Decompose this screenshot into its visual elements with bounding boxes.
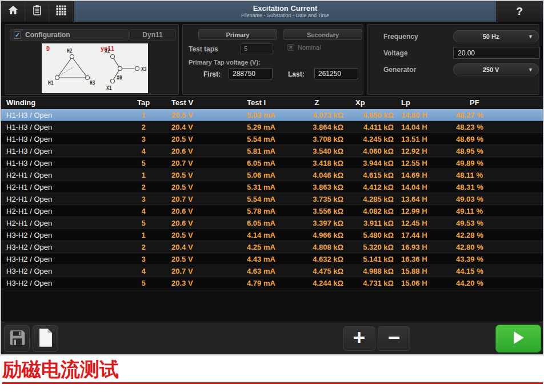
generator-dropdown[interactable]: 250 V ▼: [453, 63, 539, 75]
test-taps-count-field[interactable]: 5: [240, 43, 273, 54]
cell-pf: 48.11 %: [447, 169, 543, 181]
cell-tap: 2: [131, 121, 155, 133]
table-row[interactable]: H1-H3 / Open520.7 V6.05 mA3.418 kΩ3.944 …: [1, 157, 543, 169]
generator-value: 250 V: [454, 66, 528, 73]
cell-test-v: 20.7 V: [155, 265, 230, 277]
generator-label: Generator: [383, 66, 416, 74]
cell-pf: 48.27 %: [447, 109, 543, 121]
cell-tap: 5: [131, 277, 155, 289]
cell-pf: 48.69 %: [447, 133, 543, 145]
cell-test-i: 5.03 mA: [230, 109, 287, 121]
cell-xp: 4.650 kΩ: [347, 109, 395, 121]
cell-test-v: 20.5 V: [155, 109, 230, 121]
title-bar: Excitation Current Filename - Substation…: [74, 1, 496, 22]
menu-button[interactable]: [49, 1, 73, 22]
cell-pf: 44.15 %: [447, 265, 543, 277]
add-row-button[interactable]: +: [343, 326, 375, 351]
remove-row-button[interactable]: −: [378, 326, 410, 351]
cell-pf: 44.20 %: [447, 277, 543, 289]
report-button[interactable]: [25, 1, 49, 22]
table-row[interactable]: H1-H3 / Open320.5 V5.54 mA3.708 kΩ4.245 …: [1, 133, 543, 145]
table-row[interactable]: H1-H3 / Open220.4 V5.29 mA3.864 kΩ4.411 …: [1, 121, 543, 133]
primary-button[interactable]: Primary: [198, 29, 277, 40]
cell-xp: 4.988 kΩ: [347, 265, 395, 277]
cell-test-v: 20.4 V: [155, 241, 230, 253]
secondary-button[interactable]: Secondary: [283, 29, 362, 40]
cell-z: 3.708 kΩ: [287, 133, 347, 145]
cell-z: 4.046 kΩ: [287, 169, 347, 181]
cell-lp: 16.93 H: [395, 241, 447, 253]
cell-test-v: 20.6 V: [155, 217, 230, 229]
first-voltage-input[interactable]: [229, 68, 273, 79]
cell-winding: H3-H2 / Open: [1, 241, 131, 253]
help-button[interactable]: ?: [496, 1, 543, 22]
cell-lp: 14.69 H: [395, 169, 447, 181]
cell-lp: 12.92 H: [395, 145, 447, 157]
table-row[interactable]: H3-H2 / Open220.4 V4.25 mA4.808 kΩ5.320 …: [1, 241, 543, 253]
run-test-button[interactable]: [495, 325, 541, 353]
cell-xp: 4.411 kΩ: [347, 121, 395, 133]
last-voltage-input[interactable]: [314, 68, 358, 79]
first-label: First:: [203, 70, 221, 78]
cell-lp: 14.04 H: [395, 121, 447, 133]
cell-tap: 3: [131, 193, 155, 205]
column-header-tap: Tap: [131, 97, 155, 109]
cell-test-i: 5.54 mA: [230, 193, 287, 205]
frequency-dropdown[interactable]: 50 Hz ▼: [453, 30, 539, 42]
cell-tap: 3: [131, 253, 155, 265]
cell-test-i: 4.79 mA: [230, 277, 287, 289]
table-row[interactable]: H3-H2 / Open320.5 V4.43 mA4.632 kΩ5.141 …: [1, 253, 543, 265]
cell-winding: H1-H3 / Open: [1, 121, 131, 133]
table-row[interactable]: H2-H1 / Open120.5 V5.06 mA4.046 kΩ4.615 …: [1, 169, 543, 181]
cell-pf: 49.03 %: [447, 193, 543, 205]
cell-winding: H3-H2 / Open: [1, 229, 131, 241]
home-button[interactable]: [1, 1, 25, 22]
cell-lp: 14.80 H: [395, 109, 447, 121]
cell-pf: 48.31 %: [447, 181, 543, 193]
voltage-input[interactable]: [453, 47, 540, 59]
vector-group-label[interactable]: Dyn11: [129, 29, 176, 41]
cell-winding: H3-H2 / Open: [1, 265, 131, 277]
voltage-label: Voltage: [383, 49, 407, 57]
cell-tap: 1: [131, 109, 155, 121]
cell-lp: 14.04 H: [395, 181, 447, 193]
home-icon: [7, 5, 19, 18]
table-row[interactable]: H3-H2 / Open520.3 V4.79 mA4.244 kΩ4.731 …: [1, 277, 543, 289]
cell-pf: 49.53 %: [447, 217, 543, 229]
chevron-down-icon: ▼: [528, 34, 533, 39]
cell-test-v: 20.3 V: [155, 277, 230, 289]
cell-test-i: 5.54 mA: [230, 133, 287, 145]
cell-pf: 49.89 %: [447, 157, 543, 169]
cell-xp: 4.060 kΩ: [347, 145, 395, 157]
cell-test-i: 4.63 mA: [230, 265, 287, 277]
cell-test-v: 20.5 V: [155, 169, 230, 181]
table-row[interactable]: H2-H1 / Open520.6 V6.05 mA3.397 kΩ3.911 …: [1, 217, 543, 229]
table-row[interactable]: H2-H1 / Open320.7 V5.54 mA3.735 kΩ4.285 …: [1, 193, 543, 205]
cell-winding: H3-H2 / Open: [1, 277, 131, 289]
configuration-label: Configuration: [25, 31, 70, 39]
cell-test-v: 20.5 V: [155, 181, 230, 193]
configuration-checkbox[interactable]: ✓ Configuration: [10, 29, 129, 41]
svg-text:H2: H2: [67, 49, 73, 54]
cell-test-v: 20.4 V: [155, 121, 230, 133]
cell-z: 4.073 kΩ: [287, 109, 347, 121]
cell-tap: 2: [131, 241, 155, 253]
svg-text:H3: H3: [90, 81, 95, 86]
cell-xp: 5.141 kΩ: [347, 253, 395, 265]
new-file-button[interactable]: [33, 325, 58, 352]
save-button[interactable]: [4, 325, 30, 352]
nominal-option[interactable]: ✕ Nominal: [287, 44, 321, 51]
caption-rule: [2, 382, 543, 384]
results-table-wrap: WindingTapTest VTest IZXpLpPF H1-H3 / Op…: [1, 96, 543, 289]
cell-winding: H1-H3 / Open: [1, 109, 131, 121]
table-row[interactable]: H1-H3 / Open120.5 V5.03 mA4.073 kΩ4.650 …: [1, 109, 543, 121]
table-row[interactable]: H2-H1 / Open220.5 V5.31 mA3.863 kΩ4.412 …: [1, 181, 543, 193]
table-row[interactable]: H2-H1 / Open420.6 V5.78 mA3.556 kΩ4.082 …: [1, 205, 543, 217]
table-row[interactable]: H3-H2 / Open120.5 V4.14 mA4.966 kΩ5.480 …: [1, 229, 543, 241]
table-row[interactable]: H3-H2 / Open420.7 V4.63 mA4.475 kΩ4.988 …: [1, 265, 543, 277]
table-row[interactable]: H1-H3 / Open420.6 V5.81 mA3.540 kΩ4.060 …: [1, 145, 543, 157]
cell-test-i: 6.05 mA: [230, 217, 287, 229]
cell-tap: 5: [131, 217, 155, 229]
cell-z: 4.966 kΩ: [287, 229, 347, 241]
bottom-toolbar: + −: [1, 322, 543, 354]
